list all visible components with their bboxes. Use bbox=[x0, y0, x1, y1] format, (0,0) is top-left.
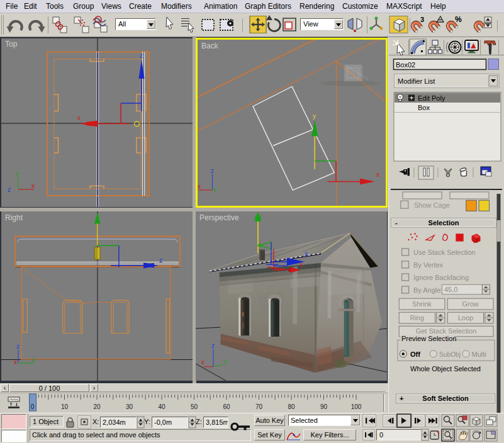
svg-text:90: 90 bbox=[320, 403, 328, 410]
svg-text:z: z bbox=[305, 250, 308, 257]
svg-text:Box02: Box02 bbox=[396, 61, 415, 69]
svg-text:x: x bbox=[376, 171, 379, 178]
svg-text:Off: Off bbox=[410, 350, 420, 358]
svg-text:100: 100 bbox=[351, 403, 362, 410]
svg-text:Edit Poly: Edit Poly bbox=[418, 94, 445, 102]
svg-text:Ignore Backfacing: Ignore Backfacing bbox=[413, 274, 469, 281]
svg-text:%: % bbox=[455, 15, 462, 24]
svg-text:0: 0 bbox=[31, 403, 35, 410]
svg-text:y: y bbox=[213, 186, 216, 193]
svg-text:By Angle:: By Angle: bbox=[413, 286, 442, 294]
svg-text:By Vertex: By Vertex bbox=[413, 261, 444, 269]
svg-text:z: z bbox=[211, 342, 215, 349]
svg-text:x: x bbox=[31, 182, 35, 189]
svg-text:60: 60 bbox=[223, 403, 230, 410]
svg-text:z: z bbox=[16, 343, 20, 350]
svg-text:SubObj: SubObj bbox=[439, 350, 461, 358]
svg-text:Soft Selection: Soft Selection bbox=[422, 395, 469, 402]
svg-text:Get Stack Selection: Get Stack Selection bbox=[416, 327, 477, 335]
svg-text:y: y bbox=[224, 357, 227, 364]
svg-text:Preview Selection: Preview Selection bbox=[401, 335, 456, 342]
svg-text:y: y bbox=[313, 113, 316, 120]
svg-text:Whole Object Selected: Whole Object Selected bbox=[410, 365, 481, 373]
svg-text:50: 50 bbox=[191, 403, 198, 410]
svg-text:z: z bbox=[8, 186, 11, 193]
svg-text:40: 40 bbox=[158, 403, 165, 410]
svg-text:45,0: 45,0 bbox=[444, 286, 457, 293]
svg-text:-: - bbox=[395, 219, 398, 227]
svg-text:3: 3 bbox=[420, 16, 424, 23]
svg-text:x: x bbox=[300, 261, 303, 268]
svg-text:x: x bbox=[14, 359, 17, 366]
svg-text:Loop: Loop bbox=[458, 314, 473, 322]
svg-text:Shrink: Shrink bbox=[412, 300, 432, 308]
svg-text:x: x bbox=[77, 115, 81, 121]
svg-text:10: 10 bbox=[61, 403, 69, 410]
svg-text:Box: Box bbox=[418, 104, 430, 111]
svg-text:Ring: Ring bbox=[410, 314, 424, 322]
svg-text:x: x bbox=[201, 359, 204, 366]
svg-text:Show Cage: Show Cage bbox=[414, 201, 450, 209]
svg-text:30: 30 bbox=[126, 403, 133, 410]
svg-text:Modifier List: Modifier List bbox=[398, 77, 435, 85]
svg-text:Selection: Selection bbox=[428, 219, 459, 227]
svg-text:Grow: Grow bbox=[462, 300, 478, 308]
svg-text:20: 20 bbox=[93, 403, 101, 410]
svg-text:+: + bbox=[400, 395, 403, 402]
svg-text:y: y bbox=[16, 170, 19, 177]
svg-text:70: 70 bbox=[255, 403, 263, 410]
svg-text:80: 80 bbox=[288, 403, 295, 410]
svg-text:x: x bbox=[198, 183, 201, 190]
svg-text:z: z bbox=[211, 167, 214, 174]
svg-text:z: z bbox=[159, 257, 162, 264]
svg-text:Use Stack Selection: Use Stack Selection bbox=[413, 249, 475, 256]
svg-text:Multi: Multi bbox=[472, 350, 486, 358]
svg-text:y: y bbox=[31, 356, 35, 363]
svg-text:z: z bbox=[140, 52, 143, 59]
